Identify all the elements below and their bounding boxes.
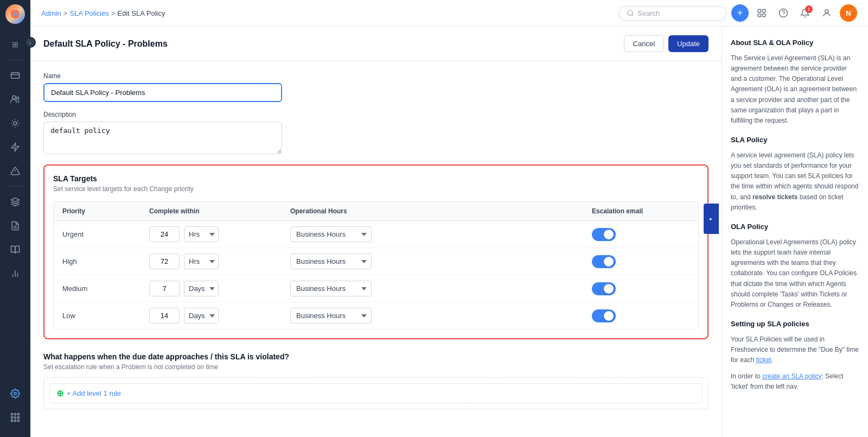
priority-medium: Medium: [62, 284, 149, 293]
high-escalation-toggle[interactable]: [592, 255, 616, 268]
low-value-input[interactable]: [149, 308, 180, 324]
svg-rect-27: [758, 14, 761, 17]
medium-value-input[interactable]: [149, 281, 180, 296]
notifications-icon[interactable]: 1: [796, 4, 814, 22]
medium-unit-select[interactable]: Hrs Days: [184, 281, 219, 296]
priority-low: Low: [62, 312, 149, 320]
content-wrapper: Default SLA Policy - Problems Cancel Upd…: [30, 27, 868, 437]
help-icon[interactable]: [775, 4, 792, 22]
sidebar: ‹ ⊞: [0, 0, 30, 437]
form-actions: Cancel Update: [624, 35, 709, 52]
cancel-button[interactable]: Cancel: [624, 35, 664, 52]
urgent-value-input[interactable]: [149, 226, 180, 242]
svg-rect-1: [11, 73, 20, 79]
escalation-section: What happens when the due date approache…: [43, 352, 709, 409]
ticket-link[interactable]: ticket: [756, 356, 771, 364]
sidebar-item-layers[interactable]: [4, 191, 26, 213]
topbar-actions: + 1 N: [731, 4, 857, 22]
sla-targets-title: SLA Targets: [53, 174, 699, 183]
user-avatar[interactable]: N: [840, 4, 857, 22]
app-logo[interactable]: [5, 4, 25, 24]
name-field-group: Name: [43, 72, 709, 102]
profile-icon[interactable]: [818, 4, 835, 22]
sidebar-item-knowledge[interactable]: [4, 239, 26, 261]
svg-rect-18: [11, 417, 13, 419]
medium-escalation-wrapper: [592, 282, 690, 295]
low-unit-select[interactable]: Hrs Days: [184, 308, 219, 324]
name-label: Name: [43, 72, 709, 80]
svg-point-31: [825, 10, 828, 13]
table-row: Low Hrs Days Business Hours: [54, 302, 698, 329]
low-hours-select[interactable]: Business Hours Calendar Hours: [290, 308, 372, 324]
create-sla-link[interactable]: create an SLA policy: [762, 372, 821, 380]
svg-text:✦: ✦: [709, 216, 713, 221]
right-panel-title1: About SLA & OLA Policy: [731, 37, 859, 49]
sidebar-item-alerts[interactable]: [4, 160, 26, 182]
breadcrumb-sla-policies[interactable]: SLA Policies: [69, 9, 108, 17]
col-complete-within: Complete within: [149, 207, 290, 215]
breadcrumb: Admin > SLA Policies > Edit SLA Policy: [41, 9, 614, 17]
right-panel-title2: SLA Policy: [731, 135, 859, 146]
right-panel: About SLA & OLA Policy The Service Level…: [722, 27, 868, 437]
svg-point-3: [16, 97, 19, 100]
sidebar-toggle[interactable]: ‹: [25, 37, 36, 48]
sidebar-item-bugs[interactable]: [4, 112, 26, 134]
breadcrumb-current: Edit SLA Policy: [117, 9, 165, 17]
high-value-input[interactable]: [149, 254, 180, 269]
col-priority: Priority: [62, 207, 149, 215]
svg-rect-28: [763, 14, 765, 17]
sidebar-item-apps[interactable]: [4, 407, 26, 428]
add-button[interactable]: +: [731, 4, 749, 22]
sidebar-item-tickets[interactable]: [4, 65, 26, 86]
sidebar-divider-1: [7, 60, 24, 60]
description-input[interactable]: default policy: [43, 122, 282, 154]
low-escalation-wrapper: [592, 309, 690, 322]
svg-point-24: [628, 10, 633, 15]
high-escalation-wrapper: [592, 255, 690, 268]
breadcrumb-admin[interactable]: Admin: [41, 9, 61, 17]
urgent-hours-select[interactable]: Business Hours Calendar Hours: [290, 226, 372, 242]
search-input[interactable]: Search: [637, 9, 660, 17]
search-box[interactable]: Search: [618, 6, 727, 21]
low-complete-within: Hrs Days: [149, 308, 290, 324]
add-rule-container: ⊕ + Add level 1 rule: [43, 377, 709, 409]
sidebar-item-dashboard[interactable]: ⊞: [4, 34, 26, 55]
topbar: Admin > SLA Policies > Edit SLA Policy S…: [30, 0, 868, 27]
high-complete-within: Hrs Days: [149, 254, 290, 269]
sidebar-divider-2: [7, 186, 24, 187]
svg-point-14: [14, 392, 17, 395]
escalation-title: What happens when the due date approache…: [43, 352, 709, 361]
solutions-icon[interactable]: [753, 4, 770, 22]
medium-escalation-toggle[interactable]: [592, 282, 616, 295]
high-hours-select[interactable]: Business Hours Calendar Hours: [290, 254, 372, 269]
right-panel-text4: Your SLA Policies will be used in Freshs…: [731, 334, 859, 366]
sla-targets-section: SLA Targets Set service level targets fo…: [43, 164, 709, 339]
add-rule-button[interactable]: ⊕ + Add level 1 rule: [49, 383, 703, 403]
high-unit-select[interactable]: Hrs Days: [184, 254, 219, 269]
sidebar-item-settings[interactable]: [4, 383, 26, 404]
form-title: Default SLA Policy - Problems: [43, 39, 168, 49]
svg-rect-20: [18, 417, 20, 419]
table-row: Urgent Hrs Days Business Hours: [54, 221, 698, 248]
urgent-unit-select[interactable]: Hrs Days: [184, 226, 219, 242]
urgent-escalation-toggle[interactable]: [592, 228, 616, 241]
sidebar-item-contracts[interactable]: [4, 215, 26, 237]
svg-point-2: [12, 96, 16, 99]
priority-high: High: [62, 257, 149, 265]
svg-marker-8: [11, 198, 20, 202]
medium-complete-within: Hrs Days: [149, 281, 290, 296]
sidebar-item-users[interactable]: [4, 88, 26, 110]
name-input[interactable]: [43, 83, 282, 102]
help-widget[interactable]: ✦: [704, 204, 719, 234]
form-body: Name Description default policy SLA Targ…: [30, 61, 722, 420]
medium-hours-select[interactable]: Business Hours Calendar Hours: [290, 281, 372, 296]
low-hours-wrapper: Business Hours Calendar Hours: [290, 308, 592, 324]
sidebar-item-reports[interactable]: [4, 263, 26, 284]
update-button[interactable]: Update: [668, 35, 709, 52]
sidebar-item-automations[interactable]: [4, 136, 26, 158]
breadcrumb-sep2: >: [111, 9, 116, 17]
sla-table-header: Priority Complete within Operational Hou…: [54, 202, 698, 221]
svg-rect-15: [11, 414, 13, 415]
right-panel-text1: The Service Level Agreement (SLA) is an …: [731, 53, 859, 126]
low-escalation-toggle[interactable]: [592, 309, 616, 322]
